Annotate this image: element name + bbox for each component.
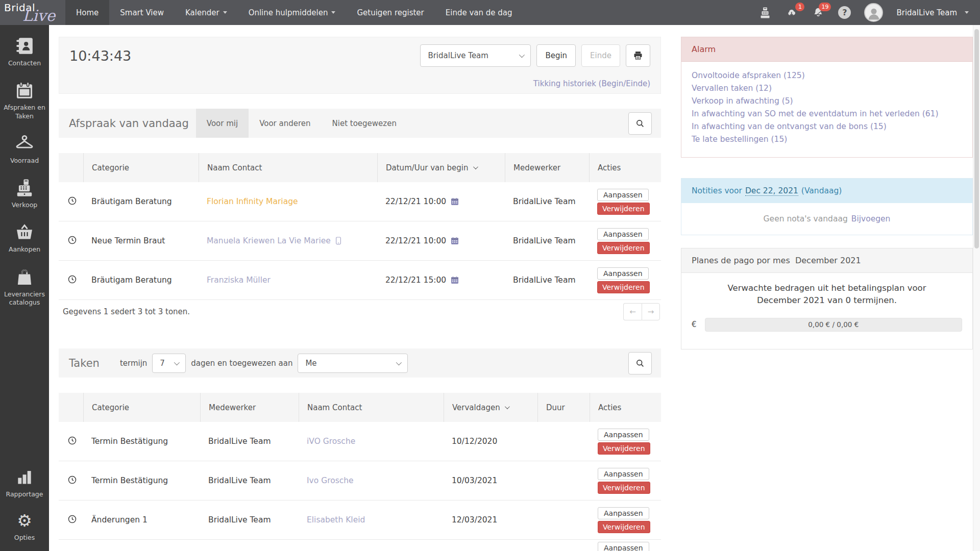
tikking-historiek-link[interactable]: Tikking historiek (Begin/Einde) (533, 79, 650, 88)
cash-register-icon[interactable] (758, 6, 772, 19)
task-row: Termin Bestätigung BridalLive Team iVO G… (59, 422, 661, 461)
sidebar-item-afspraken-en-taken[interactable]: Afspraken en Taken (1, 81, 48, 120)
notes-widget: Notities voor Dec 22, 2021 (Vandaag) Gee… (681, 178, 973, 235)
task-employee: BridalLive Team (200, 437, 299, 446)
nav-item-kalender[interactable]: Kalender (175, 0, 238, 25)
sidebar-item-voorraad[interactable]: Voorraad (1, 134, 48, 165)
contact-link[interactable]: Ivo Grosche (307, 476, 444, 485)
aanpassen-button[interactable]: Aanpassen (598, 542, 649, 551)
chevron-down-icon (965, 11, 969, 14)
time-clock-panel: 10:43:43 BridalLive Team Begin Einde Tik… (59, 37, 661, 94)
bell-icon[interactable]: 19 (812, 6, 825, 19)
tasks-search-button[interactable] (628, 352, 652, 374)
col-naam-contact[interactable]: Naam Contact (199, 153, 377, 182)
aanpassen-button[interactable]: Aanpassen (598, 507, 649, 519)
payment-progress-bar: 0,00 € / 0,00 € (705, 318, 962, 332)
tab-niet-toegewezen[interactable]: Niet toegewezen (322, 109, 407, 138)
appointment-employee: BridalLive Team (505, 236, 589, 245)
col-naam-contact[interactable]: Naam Contact (299, 393, 444, 422)
einde-button[interactable]: Einde (581, 44, 620, 67)
sidebar-item-contacten[interactable]: Contacten (1, 36, 48, 67)
user-menu[interactable]: BridalLive Team (896, 8, 969, 17)
col-datum-uur[interactable]: Datum/Uur van begin (377, 153, 505, 182)
nav-item-einde-van-de-dag[interactable]: Einde van de dag (435, 0, 523, 25)
next-page-button[interactable]: → (642, 303, 660, 320)
task-row: Termin Bestätigung BridalLive Team Ivo G… (59, 461, 661, 500)
sidebar-item-verkoop[interactable]: Verkoop (1, 178, 48, 209)
verwijderen-button[interactable]: Verwijderen (598, 521, 650, 533)
appointments-header: Afspraak van vandaag Voor mij Voor ander… (59, 109, 661, 138)
tab-voor-mij[interactable]: Voor mij (196, 109, 249, 138)
sidebar-item-aankopen[interactable]: Aankopen (1, 222, 48, 254)
clock-icon (59, 515, 83, 525)
notes-title-prefix: Notities voor (692, 186, 742, 195)
alarm-link-so-eventdatum[interactable]: In afwachting van SO met de eventdatum i… (692, 108, 962, 120)
col-medewerker[interactable]: Medewerker (200, 393, 299, 422)
verwijderen-button[interactable]: Verwijderen (598, 442, 650, 455)
vertical-scrollbar[interactable] (973, 25, 980, 551)
sort-desc-icon (505, 404, 510, 409)
help-icon[interactable]: ? (838, 6, 851, 19)
bridallive-logo[interactable]: Bridal Live (0, 0, 65, 25)
calendar-icon[interactable] (451, 276, 459, 284)
verwijderen-button[interactable]: Verwijderen (597, 242, 650, 254)
verwijderen-button[interactable]: Verwijderen (598, 482, 650, 494)
days-select[interactable]: 7 (152, 354, 186, 373)
scrollbar-thumb[interactable] (974, 29, 979, 248)
appointment-category: Bräutigam Beratung (83, 276, 199, 285)
begin-button[interactable]: Begin (536, 44, 576, 67)
print-button[interactable] (626, 44, 650, 67)
aanpassen-button[interactable]: Aanpassen (597, 189, 649, 201)
main-nav: Home Smart View Kalender Online hulpmidd… (65, 0, 523, 25)
contact-link[interactable]: Elisabeth Kleid (307, 515, 444, 524)
pagination: ← → (623, 303, 660, 320)
prev-page-button[interactable]: ← (623, 303, 642, 320)
task-row-partial: Aanpassen (59, 540, 661, 551)
bijvoegen-link[interactable]: Bijvoegen (851, 214, 891, 223)
aanpassen-button[interactable]: Aanpassen (598, 429, 649, 441)
gear-icon: ⚙ (17, 512, 32, 530)
avatar[interactable] (864, 3, 883, 22)
col-categorie[interactable]: Categorie (83, 153, 199, 182)
toegewezen-label: dagen en toegewezen aan (191, 359, 292, 368)
nav-item-home[interactable]: Home (65, 0, 109, 25)
tab-voor-anderen[interactable]: Voor anderen (249, 109, 321, 138)
nav-item-smart-view[interactable]: Smart View (109, 0, 175, 25)
contact-link[interactable]: Franziska Müller (207, 276, 377, 285)
alarm-link-verkoop-in-afwachting[interactable]: Verkoop in afwachting (5) (692, 95, 962, 108)
alarm-link-te-late-bestellingen[interactable]: Te late bestellingen (15) (692, 133, 962, 146)
col-vervaldagen[interactable]: Vervaldagen (444, 393, 537, 422)
contact-link[interactable]: Florian Infinity Mariage (207, 197, 377, 206)
aanpassen-button[interactable]: Aanpassen (597, 267, 649, 280)
calendar-icon[interactable] (451, 197, 459, 206)
nav-item-getuigen-register[interactable]: Getuigen register (346, 0, 434, 25)
aanpassen-button[interactable]: Aanpassen (597, 228, 649, 240)
employee-select[interactable]: BridalLive Team (420, 44, 531, 67)
appointments-search-button[interactable] (628, 112, 652, 135)
col-categorie[interactable]: Categorie (83, 393, 200, 422)
cloud-download-icon[interactable]: 1 (785, 6, 798, 19)
alarm-link-ontvangst-bons[interactable]: In afwachting van de ontvangst van de bo… (692, 120, 962, 133)
alarm-link-vervallen-taken[interactable]: Vervallen taken (12) (692, 82, 962, 95)
contact-link[interactable]: Manuela Kriewen La Vie Mariee (207, 236, 377, 245)
verwijderen-button[interactable]: Verwijderen (597, 281, 650, 293)
tasks-table: Categorie Medewerker Naam Contact Verval… (59, 393, 661, 551)
appointment-row: Neue Termin Braut Manuela Kriewen La Vie… (59, 221, 661, 261)
aanpassen-button[interactable]: Aanpassen (598, 468, 649, 480)
verwijderen-button[interactable]: Verwijderen (597, 203, 650, 215)
calendar-icon[interactable] (451, 237, 459, 245)
notes-today-link[interactable]: (Vandaag) (801, 186, 842, 195)
nav-item-online-hulpmiddelen[interactable]: Online hulpmiddelen (238, 0, 347, 25)
sidebar-item-rapportage[interactable]: Rapportage (1, 467, 48, 498)
alarm-link-onvoltooide-afspraken[interactable]: Onvoltooide afspraken (125) (692, 69, 962, 82)
col-medewerker[interactable]: Medewerker (505, 153, 589, 182)
notes-date-picker[interactable]: Dec 22, 2021 (745, 186, 798, 196)
sidebar-item-leveranciers-catalogus[interactable]: Leveranciers catalogus (1, 267, 48, 307)
col-duur[interactable]: Duur (537, 393, 590, 422)
mobile-phone-icon (335, 237, 342, 245)
contact-link[interactable]: iVO Grosche (307, 437, 444, 446)
task-due-date: 10/12/2020 (444, 437, 537, 446)
task-row: Änderungen 1 BridalLive Team Elisabeth K… (59, 500, 661, 540)
assignee-select[interactable]: Me (298, 354, 408, 373)
sidebar-item-opties[interactable]: ⚙ Opties (1, 512, 48, 542)
